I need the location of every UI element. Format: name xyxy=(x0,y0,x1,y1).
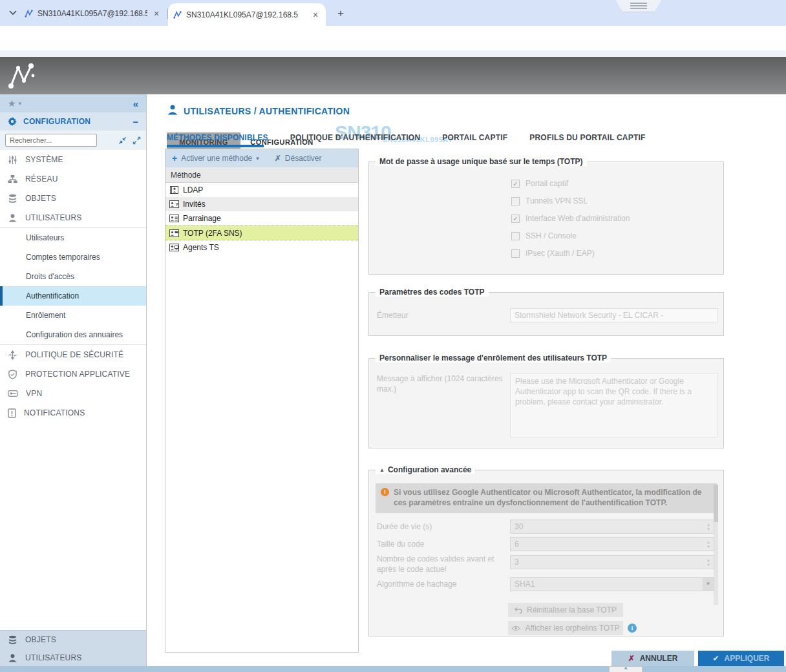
stormshield-favicon xyxy=(25,9,34,18)
sidebar-item-vpn[interactable]: VPN xyxy=(0,384,146,403)
sidebar-item-politique-securite[interactable]: POLITIQUE DE SÉCURITÉ xyxy=(0,345,146,364)
fieldset-advanced: ▲Configuration avancée ! Si vous utilise… xyxy=(368,470,724,636)
sidebar-item-protection-applicative[interactable]: PROTECTION APPLICATIVE xyxy=(0,364,146,384)
checkbox-interface-web-admin[interactable]: ✓Interface Web d'administration xyxy=(511,214,630,223)
expand-all-icon[interactable] xyxy=(133,136,141,145)
sidebar-item-utilisateurs[interactable]: UTILISATEURS xyxy=(0,208,146,227)
checkbox-icon xyxy=(511,197,520,205)
sidebar-subitem-configuration-annuaires[interactable]: Configuration des annuaires xyxy=(0,325,146,344)
search-input[interactable] xyxy=(5,134,97,147)
sidebar-subitem-authentification[interactable]: Authentification xyxy=(0,286,146,306)
tab-title: SN310A41KL095A7@192.168.5 xyxy=(186,10,306,19)
valid-codes-label: Nombre de codes valides avant et après l… xyxy=(377,554,504,574)
scrollbar-thumb[interactable] xyxy=(714,485,718,522)
advanced-scrollbar[interactable] xyxy=(714,485,718,605)
collapse-all-icon[interactable] xyxy=(118,136,127,145)
sidebar-bottom-shortcuts: OBJETS UTILISATEURS xyxy=(0,630,146,666)
favorites-caret-icon[interactable]: ▾ xyxy=(19,100,22,107)
tab-search-button[interactable] xyxy=(5,6,21,20)
methods-column-header[interactable]: Méthode xyxy=(165,167,358,183)
sidebar: ★ ▾ « CONFIGURATION − SYSTÈME RÉSEAU OBJ… xyxy=(0,94,147,666)
panel-expand-notch[interactable]: ^ xyxy=(609,666,643,672)
sidebar-bottom-utilisateurs[interactable]: UTILISATEURS xyxy=(0,649,146,667)
checkbox-portail-captif[interactable]: ✓Portail captif xyxy=(511,179,568,188)
checkbox-ssh-console[interactable]: SSH / Console xyxy=(511,231,577,240)
cancel-button[interactable]: ✗ ANNULER xyxy=(611,651,694,666)
sidebar-bottom-objets[interactable]: OBJETS xyxy=(0,631,146,649)
sidebar-search-row xyxy=(0,131,146,150)
browser-tabstrip: SN310A41KL095A7@192.168.5 × SN310A41KL09… xyxy=(0,0,786,26)
lifetime-field[interactable]: 30▲▼ xyxy=(510,520,714,534)
methods-toolbar: + Activer une méthode ▾ ✗ Désactiver xyxy=(165,149,358,167)
window-handle[interactable] xyxy=(615,0,662,12)
method-row-agents-ts[interactable]: Agents TS xyxy=(165,240,358,255)
dropdown-caret-icon[interactable]: ▾ xyxy=(256,155,259,162)
undo-icon xyxy=(515,607,522,614)
info-icon[interactable]: i xyxy=(628,624,637,633)
apply-button[interactable]: ✔ APPLIQUER xyxy=(698,651,784,666)
reset-totp-button[interactable]: Réinitialiser la base TOTP xyxy=(508,603,623,617)
browser-tab-1[interactable]: SN310A41KL095A7@192.168.5 × xyxy=(19,5,167,23)
tab-methodes-disponibles[interactable]: MÉTHODES DISPONIBLES xyxy=(167,133,268,142)
sidebar-item-objets[interactable]: OBJETS xyxy=(0,189,146,208)
issuer-field[interactable]: Stormshield Network Security - EL CICAR … xyxy=(510,308,718,322)
traffic-arrows-icon xyxy=(8,350,17,360)
sidebar-subitem-comptes-temporaires[interactable]: Comptes temporaires xyxy=(0,247,146,267)
method-row-invites[interactable]: ? Invités xyxy=(165,197,358,211)
valid-codes-field[interactable]: 3▲▼ xyxy=(510,555,714,569)
fieldset-totp-usage: Mot de passe à usage unique basé sur le … xyxy=(368,162,724,275)
bookmarks-band xyxy=(0,50,786,57)
totp-icon xyxy=(169,229,179,237)
cancel-x-icon: ✗ xyxy=(628,654,635,663)
tab-portail-captif[interactable]: PORTAIL CAPTIF xyxy=(442,133,507,142)
hash-algorithm-select[interactable]: SHA1▼ xyxy=(510,577,714,591)
message-textarea[interactable]: Please use the Microsoft Authenticator o… xyxy=(510,373,718,437)
bottom-strip xyxy=(0,666,786,672)
tab-close-icon[interactable]: × xyxy=(310,10,321,20)
new-tab-button[interactable]: + xyxy=(334,6,348,21)
sidebar-item-systeme[interactable]: SYSTÈME xyxy=(0,150,146,169)
stormshield-logo-icon xyxy=(8,63,36,90)
advanced-legend[interactable]: ▲Configuration avancée xyxy=(376,465,475,474)
ts-agent-icon xyxy=(169,244,179,251)
tab-close-icon[interactable]: × xyxy=(151,8,162,19)
sidebar-collapse-icon[interactable]: « xyxy=(133,98,138,109)
sidebar-subitem-utilisateurs[interactable]: Utilisateurs xyxy=(0,228,146,247)
collapse-triangle-icon: ▲ xyxy=(379,467,385,473)
spinner-icon[interactable]: ▲▼ xyxy=(705,521,712,532)
sliders-icon xyxy=(8,155,17,165)
dropdown-arrow-icon[interactable]: ▼ xyxy=(703,578,714,591)
spinner-icon[interactable]: ▲▼ xyxy=(705,556,712,568)
sidebar-subitem-enrolement[interactable]: Enrôlement xyxy=(0,306,146,325)
checkbox-tunnels-vpn-ssl[interactable]: Tunnels VPN SSL xyxy=(511,196,588,205)
browser-tab-2-active[interactable]: SN310A41KL095A7@192.168.5 × xyxy=(168,3,326,26)
fieldset-legend: Mot de passe à usage unique basé sur le … xyxy=(376,157,587,166)
sidebar-item-reseau[interactable]: RÉSEAU xyxy=(0,169,146,189)
favorites-bar: ★ ▾ « xyxy=(0,94,146,112)
collapse-tree-icon[interactable]: − xyxy=(133,116,138,127)
tab-profils-portail-captif[interactable]: PROFILS DU PORTAIL CAPTIF xyxy=(529,133,645,142)
method-row-ldap[interactable]: LDAP xyxy=(165,183,358,197)
code-size-field[interactable]: 6▲▼ xyxy=(510,537,714,551)
checkbox-ipsec-xauth-eap[interactable]: IPsec (Xauth / EAP) xyxy=(511,249,595,258)
sidebar-subitem-droits-acces[interactable]: Droits d'accès xyxy=(0,267,146,286)
lifetime-label: Durée de vie (s) xyxy=(377,522,432,532)
deactivate-button[interactable]: Désactiver xyxy=(285,154,322,163)
sidebar-item-notifications[interactable]: NOTIFICATIONS xyxy=(0,403,146,423)
sidebar-configuration-header[interactable]: CONFIGURATION − xyxy=(0,112,146,131)
svg-text:?: ? xyxy=(175,202,178,207)
spinner-icon[interactable]: ▲▼ xyxy=(705,538,712,550)
show-orphans-button[interactable]: Afficher les orphelins TOTP xyxy=(508,621,623,635)
method-row-totp-selected[interactable]: TOTP (2FA SNS) xyxy=(165,226,358,240)
activate-method-button[interactable]: Activer une méthode xyxy=(181,154,252,163)
method-row-parrainage[interactable]: Parrainage xyxy=(165,211,358,226)
tab-title: SN310A41KL095A7@192.168.5 xyxy=(37,9,147,18)
guest-icon: ? xyxy=(169,200,179,208)
page-title: UTILISATEURS / AUTHENTIFICATION xyxy=(184,106,350,116)
tab-politique-authentification[interactable]: POLITIQUE D'AUTHENTIFICATION xyxy=(290,133,421,142)
fieldset-legend: Paramètres des codes TOTP xyxy=(376,288,489,297)
favorites-star-icon[interactable]: ★ xyxy=(8,98,16,109)
active-tab-underline xyxy=(167,145,264,147)
code-size-label: Taille du code xyxy=(377,540,424,550)
deactivate-x-icon: ✗ xyxy=(275,154,281,163)
